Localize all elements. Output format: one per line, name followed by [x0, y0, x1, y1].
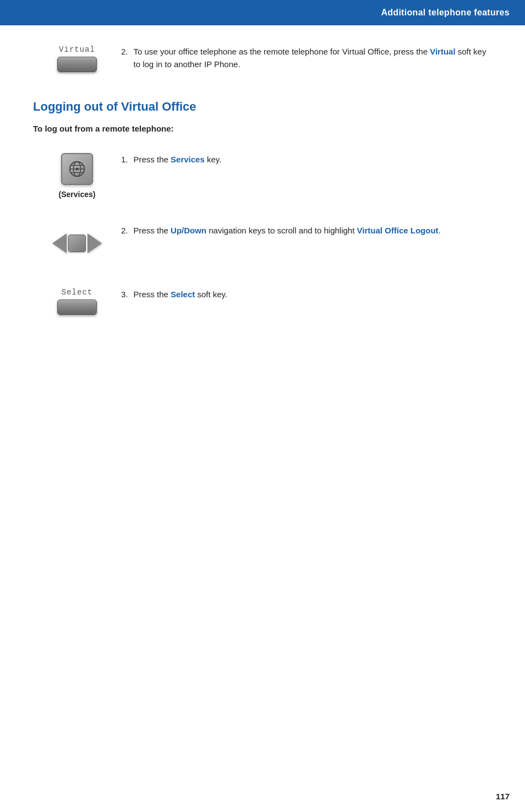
select-label: Select [62, 288, 92, 297]
virtual-key-container: Virtual [57, 45, 97, 72]
section-heading: Logging out of Virtual Office [33, 100, 492, 114]
services-label: (Services) [59, 190, 96, 199]
nav-keys-icon [33, 221, 121, 263]
page-number: 117 [496, 792, 510, 801]
section-subheading: To log out from a remote telephone: [33, 124, 492, 133]
services-key-icon: (Services) [33, 150, 121, 199]
virtual-label: Virtual [59, 45, 95, 54]
nav-left-arrow [52, 233, 67, 253]
select-key-container: Select [57, 288, 97, 315]
services-icon-wrap: (Services) [59, 153, 96, 199]
services-svg-icon [67, 159, 88, 179]
step-1-number: 1. [121, 153, 128, 166]
intro-step-description: To use your office telephone as the remo… [134, 45, 492, 71]
virtual-softkey-icon: Virtual [33, 42, 121, 72]
step-1-text: 1. Press the Services key. [121, 150, 492, 166]
step-1-row: (Services) 1. Press the Services key. [33, 150, 492, 199]
header-title: Additional telephone features [381, 8, 510, 18]
intro-step-text: 2. To use your office telephone as the r… [121, 42, 492, 71]
step-2-number: 2. [121, 224, 128, 237]
select-softkey-icon: Select [33, 285, 121, 315]
step-3-description: Press the Select soft key. [134, 288, 228, 301]
nav-icon-container [52, 224, 102, 263]
nav-right-arrow [88, 233, 102, 253]
services-icon-button [61, 153, 93, 185]
intro-step-row: Virtual 2. To use your office telephone … [33, 42, 492, 72]
nav-center-button [68, 235, 86, 252]
step-2-text-inner: 2. Press the Up/Down navigation keys to … [121, 224, 492, 237]
step-2-row: 2. Press the Up/Down navigation keys to … [33, 221, 492, 263]
virtual-soft-key-button [57, 57, 97, 72]
select-soft-key-button [57, 299, 97, 315]
svg-point-5 [76, 168, 79, 171]
step-3-row: Select 3. Press the Select soft key. [33, 285, 492, 315]
intro-step-text-inner: 2. To use your office telephone as the r… [121, 45, 492, 71]
intro-step-number: 2. [121, 45, 128, 58]
step-3-text-inner: 3. Press the Select soft key. [121, 288, 492, 301]
step-3-text: 3. Press the Select soft key. [121, 285, 492, 301]
step-2-description: Press the Up/Down navigation keys to scr… [134, 224, 441, 237]
step-3-number: 3. [121, 288, 128, 301]
step-2-text: 2. Press the Up/Down navigation keys to … [121, 221, 492, 237]
page-header: Additional telephone features [0, 0, 525, 25]
step-1-description: Press the Services key. [134, 153, 222, 166]
page-content: Virtual 2. To use your office telephone … [0, 25, 525, 370]
step-1-text-inner: 1. Press the Services key. [121, 153, 492, 166]
